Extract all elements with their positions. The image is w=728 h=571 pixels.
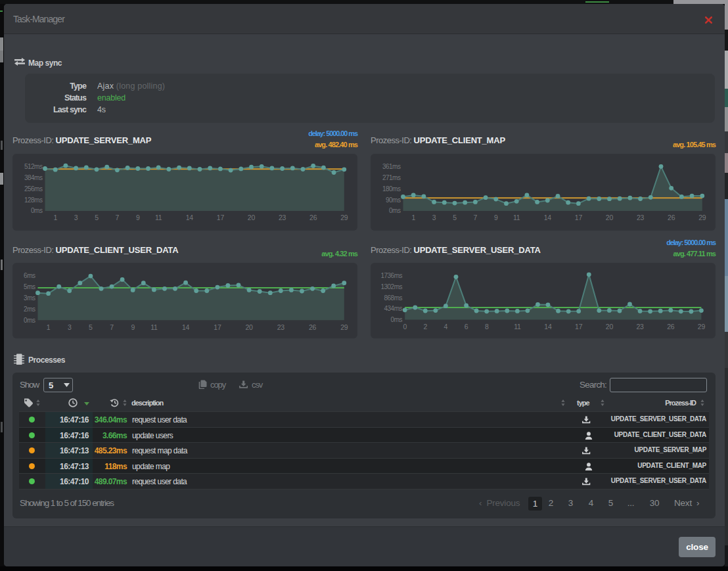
svg-text:17: 17 xyxy=(214,323,221,331)
svg-text:1: 1 xyxy=(47,323,51,331)
svg-text:11: 11 xyxy=(155,214,162,221)
svg-text:0ms: 0ms xyxy=(24,317,35,324)
svg-text:5: 5 xyxy=(453,214,457,221)
svg-text:11: 11 xyxy=(514,323,521,331)
svg-text:17: 17 xyxy=(575,323,583,331)
svg-text:20: 20 xyxy=(606,214,614,221)
svg-text:14: 14 xyxy=(186,214,194,221)
svg-text:5: 5 xyxy=(89,323,93,331)
svg-text:14: 14 xyxy=(544,323,552,331)
svg-text:20: 20 xyxy=(245,323,253,331)
svg-text:3ms: 3ms xyxy=(24,294,35,302)
svg-text:434ms: 434ms xyxy=(384,305,402,312)
svg-text:23: 23 xyxy=(279,214,286,221)
svg-text:0ms: 0ms xyxy=(391,316,403,323)
svg-text:128ms: 128ms xyxy=(24,196,43,204)
svg-text:5: 5 xyxy=(95,214,99,221)
svg-text:20: 20 xyxy=(606,323,614,331)
svg-text:361ms: 361ms xyxy=(382,163,401,170)
svg-text:256ms: 256ms xyxy=(24,185,43,193)
svg-text:23: 23 xyxy=(277,323,285,331)
svg-text:271ms: 271ms xyxy=(382,174,401,181)
svg-text:3: 3 xyxy=(68,323,72,331)
svg-text:26: 26 xyxy=(309,323,317,331)
svg-text:1736ms: 1736ms xyxy=(380,272,402,279)
svg-text:11: 11 xyxy=(150,323,158,331)
svg-text:1: 1 xyxy=(411,214,415,221)
svg-text:17: 17 xyxy=(217,214,225,221)
svg-text:4: 4 xyxy=(444,323,448,331)
svg-text:2: 2 xyxy=(423,323,427,331)
svg-text:7: 7 xyxy=(110,323,114,331)
svg-text:7: 7 xyxy=(116,214,120,221)
svg-text:23: 23 xyxy=(637,214,645,221)
svg-text:29: 29 xyxy=(340,214,348,221)
svg-text:3: 3 xyxy=(74,214,78,221)
svg-text:26: 26 xyxy=(667,323,675,331)
svg-text:8: 8 xyxy=(485,323,489,331)
svg-text:23: 23 xyxy=(636,323,644,331)
svg-text:1302ms: 1302ms xyxy=(380,283,402,290)
svg-text:14: 14 xyxy=(182,323,190,331)
svg-text:5ms: 5ms xyxy=(24,283,35,290)
svg-text:868ms: 868ms xyxy=(384,294,402,302)
svg-text:0ms: 0ms xyxy=(389,207,401,214)
svg-text:26: 26 xyxy=(668,214,675,221)
svg-text:0: 0 xyxy=(403,323,407,331)
svg-text:6: 6 xyxy=(465,323,468,331)
svg-text:90ms: 90ms xyxy=(386,196,401,204)
svg-text:29: 29 xyxy=(698,323,706,331)
svg-text:1: 1 xyxy=(53,214,57,221)
svg-text:14: 14 xyxy=(544,214,552,221)
svg-text:17: 17 xyxy=(575,214,583,221)
svg-text:9: 9 xyxy=(494,214,498,221)
svg-text:20: 20 xyxy=(248,214,256,221)
svg-text:9: 9 xyxy=(131,323,135,331)
svg-text:6ms: 6ms xyxy=(24,272,35,279)
svg-text:2ms: 2ms xyxy=(24,306,35,313)
svg-text:9: 9 xyxy=(136,214,140,221)
svg-text:3: 3 xyxy=(432,214,436,221)
svg-text:7: 7 xyxy=(474,214,478,221)
svg-text:180ms: 180ms xyxy=(382,185,401,193)
svg-text:384ms: 384ms xyxy=(24,174,43,181)
svg-text:26: 26 xyxy=(309,214,317,221)
svg-text:29: 29 xyxy=(340,323,348,331)
svg-text:0ms: 0ms xyxy=(31,207,43,214)
svg-text:512ms: 512ms xyxy=(24,163,43,170)
svg-text:29: 29 xyxy=(698,214,706,221)
svg-text:11: 11 xyxy=(513,214,520,221)
